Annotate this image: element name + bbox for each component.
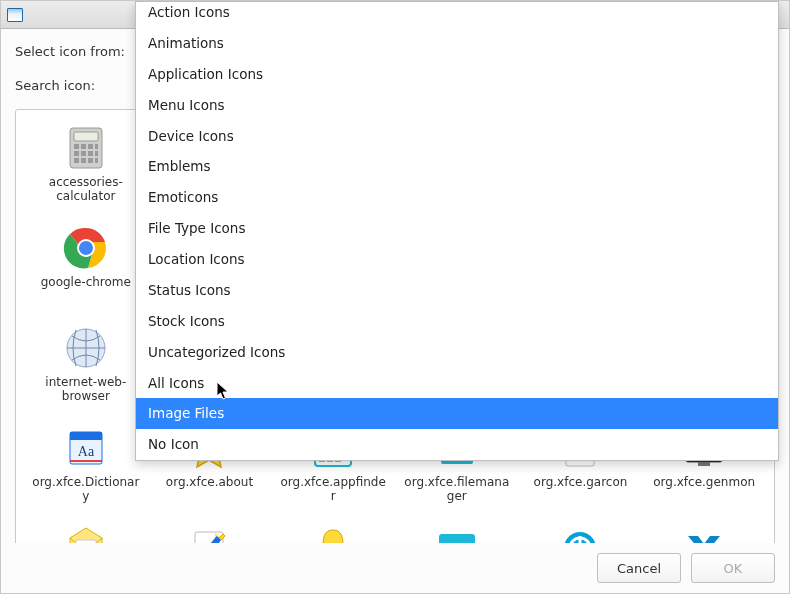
chrome-icon xyxy=(62,224,110,272)
icon-label: org.xfce.appfinder xyxy=(278,476,388,504)
select-from-label: Select icon from: xyxy=(15,44,125,59)
menu-item-animations[interactable]: Animations xyxy=(136,28,778,59)
icon-accessories-calculator[interactable]: accessories-calculator xyxy=(24,118,148,218)
icon-label: org.xfce.genmon xyxy=(653,476,755,490)
svg-rect-1 xyxy=(74,132,98,141)
menu-item-location-icons[interactable]: Location Icons xyxy=(136,244,778,275)
menu-item-application-icons[interactable]: Application Icons xyxy=(136,59,778,90)
icon-chooser-window: Select icon from: Search icon: accessori… xyxy=(0,0,790,594)
ok-button[interactable]: OK xyxy=(691,553,775,583)
svg-rect-7 xyxy=(81,151,86,156)
svg-rect-10 xyxy=(74,158,79,163)
svg-rect-45 xyxy=(698,462,710,466)
svg-rect-2 xyxy=(74,144,79,149)
icon-label: google-chrome xyxy=(41,276,131,290)
svg-rect-21 xyxy=(70,460,102,462)
icon-org-xfce-dictionary[interactable]: Aa org.xfce.Dictionary xyxy=(24,418,148,518)
icon-google-chrome[interactable]: google-chrome xyxy=(24,218,148,318)
menu-item-image-files[interactable]: Image Files xyxy=(136,398,778,429)
svg-rect-3 xyxy=(81,144,86,149)
search-label: Search icon: xyxy=(15,78,95,93)
globe-icon xyxy=(62,324,110,372)
icon-label: internet-web-browser xyxy=(31,376,141,404)
svg-rect-8 xyxy=(88,151,93,156)
menu-item-menu-icons[interactable]: Menu Icons xyxy=(136,90,778,121)
menu-item-emoticons[interactable]: Emoticons xyxy=(136,182,778,213)
menu-item-uncategorized-icons[interactable]: Uncategorized Icons xyxy=(136,337,778,368)
menu-item-status-icons[interactable]: Status Icons xyxy=(136,275,778,306)
svg-rect-5 xyxy=(95,144,98,149)
svg-rect-9 xyxy=(95,151,98,156)
category-menu[interactable]: Action IconsAnimationsApplication IconsM… xyxy=(135,1,779,461)
menu-item-file-type-icons[interactable]: File Type Icons xyxy=(136,213,778,244)
cancel-button[interactable]: Cancel xyxy=(597,553,681,583)
menu-item-emblems[interactable]: Emblems xyxy=(136,151,778,182)
svg-rect-12 xyxy=(88,158,93,163)
window-icon xyxy=(7,8,23,22)
menu-item-no-icon[interactable]: No Icon xyxy=(136,429,778,460)
svg-rect-4 xyxy=(88,144,93,149)
calculator-icon xyxy=(62,124,110,172)
dialog-footer: Cancel OK xyxy=(1,543,789,593)
icon-label: org.xfce.Dictionary xyxy=(31,476,141,504)
menu-item-device-icons[interactable]: Device Icons xyxy=(136,121,778,152)
svg-rect-11 xyxy=(81,158,86,163)
menu-item-action-icons[interactable]: Action Icons xyxy=(136,2,778,28)
dictionary-icon: Aa xyxy=(62,424,110,472)
svg-rect-19 xyxy=(70,432,102,440)
icon-label: org.xfce.garcon xyxy=(534,476,628,490)
svg-text:Aa: Aa xyxy=(78,444,95,459)
icon-label: org.xfce.filemanager xyxy=(402,476,512,504)
icon-internet-web-browser[interactable]: internet-web-browser xyxy=(24,318,148,418)
svg-rect-6 xyxy=(74,151,79,156)
icon-label: accessories-calculator xyxy=(31,176,141,204)
svg-rect-13 xyxy=(95,158,98,163)
icon-label: org.xfce.about xyxy=(166,476,253,490)
menu-item-all-icons[interactable]: All Icons xyxy=(136,368,778,399)
menu-item-stock-icons[interactable]: Stock Icons xyxy=(136,306,778,337)
